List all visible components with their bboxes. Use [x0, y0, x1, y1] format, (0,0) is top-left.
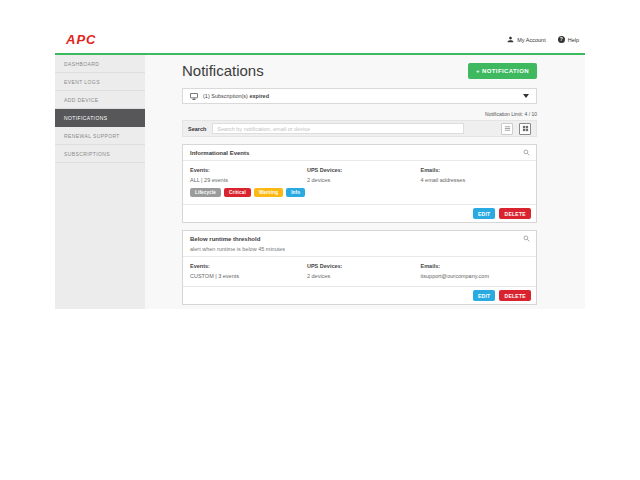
ups-devices-value: 2 devices	[307, 177, 421, 183]
emails-column: Emails: 4 email addresses	[421, 167, 529, 197]
sidebar-item-renewal-support[interactable]: RENEWAL SUPPORT	[55, 127, 145, 145]
user-icon	[507, 36, 514, 43]
severity-badges: Lifecycle Critical Warning Info	[190, 188, 307, 197]
main-layout: DASHBOARD EVENT LOGS ADD DEVICE NOTIFICA…	[55, 55, 585, 309]
card-body: Events: CUSTOM | 3 events UPS Devices: 2…	[183, 257, 536, 286]
edit-button[interactable]: EDIT	[473, 290, 496, 301]
my-account-label: My Account	[517, 37, 545, 43]
events-value: CUSTOM | 3 events	[190, 273, 307, 279]
sidebar-item-notifications[interactable]: NOTIFICATIONS	[55, 109, 145, 127]
emails-label: Emails:	[421, 263, 529, 269]
notification-card-informational-events: Informational Events Events: ALL | 29 ev…	[182, 144, 537, 223]
add-notification-button[interactable]: + NOTIFICATION	[468, 63, 537, 79]
card-body: Events: ALL | 29 events Lifecycle Critic…	[183, 161, 536, 204]
grid-icon	[522, 125, 529, 132]
chevron-down-icon	[523, 94, 529, 98]
page-title: Notifications	[182, 62, 264, 79]
ups-devices-value: 2 devices	[307, 273, 421, 279]
card-title: Informational Events	[190, 150, 529, 156]
badge-info: Info	[286, 188, 305, 197]
delete-button[interactable]: DELETE	[499, 290, 531, 301]
card-subtitle: alert when runtime is below 45 minutes	[190, 246, 529, 252]
page-header: Notifications + NOTIFICATION	[182, 62, 537, 79]
emails-column: Emails: itsupport@ourcompany.com	[421, 263, 529, 279]
card-header: Informational Events	[183, 145, 536, 161]
app-window: APC My Account Help DASHBOARD EVENT LOGS…	[55, 30, 585, 309]
ups-devices-column: UPS Devices: 2 devices	[307, 167, 421, 197]
content-area: Notifications + NOTIFICATION (1) Subscri…	[145, 55, 585, 309]
subscription-expired-banner[interactable]: (1) Subscription(s) expired	[182, 88, 537, 104]
card-title: Below runtime threshold	[190, 236, 529, 242]
notification-card-below-runtime-threshold: Below runtime threshold alert when runti…	[182, 230, 537, 305]
sidebar: DASHBOARD EVENT LOGS ADD DEVICE NOTIFICA…	[55, 55, 145, 309]
monitor-icon	[190, 93, 198, 100]
emails-value: itsupport@ourcompany.com	[421, 273, 529, 279]
apc-logo: APC	[66, 32, 96, 47]
search-label: Search	[188, 126, 206, 132]
list-icon	[504, 125, 511, 132]
events-column: Events: CUSTOM | 3 events	[190, 263, 307, 279]
help-link[interactable]: Help	[558, 36, 579, 43]
badge-warning: Warning	[254, 188, 283, 197]
grid-view-button[interactable]	[519, 123, 531, 135]
help-icon	[558, 36, 565, 43]
magnifier-icon[interactable]	[523, 235, 530, 242]
my-account-link[interactable]: My Account	[507, 36, 545, 43]
badge-lifecycle: Lifecycle	[190, 188, 221, 197]
emails-label: Emails:	[421, 167, 529, 173]
card-footer: EDIT DELETE	[183, 286, 536, 304]
sidebar-item-dashboard[interactable]: DASHBOARD	[55, 55, 145, 73]
sidebar-item-add-device[interactable]: ADD DEVICE	[55, 91, 145, 109]
edit-button[interactable]: EDIT	[473, 208, 496, 219]
sidebar-item-subscriptions[interactable]: SUBSCRIPTIONS	[55, 145, 145, 163]
list-view-button[interactable]	[501, 123, 513, 135]
delete-button[interactable]: DELETE	[499, 208, 531, 219]
sidebar-item-event-logs[interactable]: EVENT LOGS	[55, 73, 145, 91]
help-label: Help	[568, 37, 579, 43]
events-label: Events:	[190, 263, 307, 269]
card-footer: EDIT DELETE	[183, 204, 536, 222]
ups-devices-label: UPS Devices:	[307, 263, 421, 269]
emails-value: 4 email addresses	[421, 177, 529, 183]
banner-text: (1) Subscription(s) expired	[203, 93, 269, 99]
ups-devices-label: UPS Devices:	[307, 167, 421, 173]
magnifier-icon[interactable]	[523, 149, 530, 156]
ups-devices-column: UPS Devices: 2 devices	[307, 263, 421, 279]
notification-limit: Notification Limit: 4 / 10	[182, 111, 537, 117]
search-bar: Search	[182, 120, 537, 137]
top-bar: APC My Account Help	[55, 30, 585, 53]
search-input[interactable]	[212, 123, 464, 134]
events-column: Events: ALL | 29 events Lifecycle Critic…	[190, 167, 307, 197]
top-bar-links: My Account Help	[507, 36, 579, 43]
events-label: Events:	[190, 167, 307, 173]
badge-critical: Critical	[224, 188, 251, 197]
card-header: Below runtime threshold alert when runti…	[183, 231, 536, 257]
events-value: ALL | 29 events	[190, 177, 307, 183]
